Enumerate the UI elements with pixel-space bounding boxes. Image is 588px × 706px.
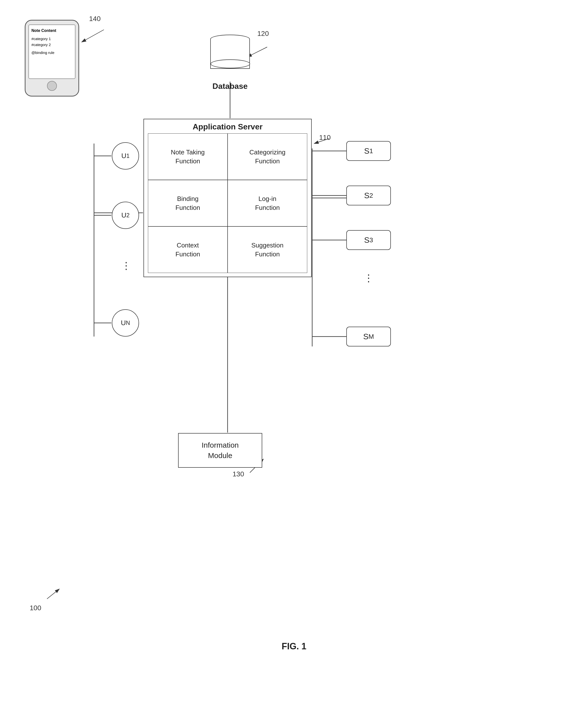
mobile-device: Note Content #category 1 #category 2 @bi… xyxy=(25,20,79,96)
sm-sub: M xyxy=(369,333,374,341)
server-sm: SM xyxy=(346,327,391,346)
note-binding-rule: @binding rule xyxy=(32,50,73,56)
app-server: Application Server Note TakingFunction C… xyxy=(143,119,312,277)
u1-sub: 1 xyxy=(126,153,130,159)
label-110: 110 xyxy=(319,133,331,142)
mobile-screen: Note Content #category 1 #category 2 @bi… xyxy=(29,25,76,79)
user-u1: U1 xyxy=(112,142,139,169)
binding-function: BindingFunction xyxy=(148,180,227,227)
database-cylinder xyxy=(210,35,250,79)
suggestion-function: SuggestionFunction xyxy=(227,227,307,273)
note-category1: #category 1 xyxy=(32,36,73,42)
s3-sub: 3 xyxy=(369,236,373,244)
database-label: Database xyxy=(212,82,248,91)
label-100: 100 xyxy=(30,604,41,612)
user-un: UN xyxy=(112,309,139,337)
db-bottom-arc xyxy=(211,60,250,68)
s2-sub: 2 xyxy=(369,192,373,199)
u2-sub: 2 xyxy=(126,212,130,219)
un-sub: N xyxy=(126,320,130,326)
db-body xyxy=(210,39,250,69)
server-s2: S2 xyxy=(346,186,391,205)
login-function: Log-inFunction xyxy=(227,180,307,227)
database-component: Database xyxy=(210,35,250,91)
note-content-line1: Note Content xyxy=(32,28,73,34)
svg-line-2 xyxy=(82,30,104,42)
label-140: 140 xyxy=(89,15,101,23)
note-category2: #category 2 xyxy=(32,42,73,48)
diagram: Note Content #category 1 #category 2 @bi… xyxy=(0,0,588,706)
label-130: 130 xyxy=(233,470,244,478)
categorizing-function: CategorizingFunction xyxy=(227,133,307,180)
svg-line-3 xyxy=(247,47,267,57)
functions-grid: Note TakingFunction CategorizingFunction… xyxy=(148,133,307,273)
server-s3: S3 xyxy=(346,230,391,250)
context-function: ContextFunction xyxy=(148,227,227,273)
app-server-title: Application Server xyxy=(144,119,311,133)
information-module: InformationModule xyxy=(178,433,262,468)
user-u2: U2 xyxy=(112,202,139,229)
figure-label: FIG. 1 xyxy=(282,641,306,652)
label-120: 120 xyxy=(257,30,269,38)
mobile-home-button xyxy=(47,81,57,91)
svg-line-20 xyxy=(47,589,59,599)
users-ellipsis: ⋮ xyxy=(121,260,131,271)
server-s1: S1 xyxy=(346,141,391,161)
servers-ellipsis: ⋮ xyxy=(364,272,374,284)
s1-sub: 1 xyxy=(369,147,373,155)
note-taking-function: Note TakingFunction xyxy=(148,133,227,180)
connector-lines xyxy=(0,0,588,706)
